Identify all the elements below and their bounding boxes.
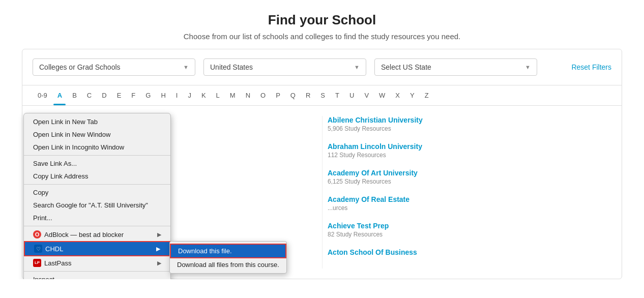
chdl-label: CHDL xyxy=(45,245,63,253)
context-menu-separator-4 xyxy=(24,271,170,272)
resource-count: 5,906 Study Resources xyxy=(328,125,606,132)
submenu-item-download-file[interactable]: Download this file. xyxy=(170,244,286,258)
alpha-item-r[interactable]: R xyxy=(301,85,315,105)
alpha-item-h[interactable]: H xyxy=(156,85,170,105)
alpha-item-j[interactable]: J xyxy=(183,85,196,105)
context-menu-item-copy-link[interactable]: Copy Link Address xyxy=(24,170,170,183)
country-dropdown[interactable]: United States ▼ xyxy=(203,58,366,76)
context-menu-copy-label: Copy xyxy=(33,189,48,196)
context-menu-open-incognito-label: Open Link in Incognito Window xyxy=(33,143,124,151)
alpha-item-b[interactable]: B xyxy=(67,85,82,105)
context-menu-separator-3 xyxy=(24,226,170,226)
alpha-item-k[interactable]: K xyxy=(196,85,211,105)
context-menu-item-inspect[interactable]: Inspect xyxy=(24,273,170,279)
state-arrow-icon: ▼ xyxy=(525,64,531,70)
chdl-icon xyxy=(34,245,42,253)
context-menu-save-link-label: Save Link As... xyxy=(33,160,77,167)
list-item: Acton School Of Business xyxy=(328,248,606,256)
alpha-item-v[interactable]: V xyxy=(359,85,374,105)
adblock-label: AdBlock — best ad blocker xyxy=(44,231,124,239)
school-link-academy-real-estate[interactable]: Academy Of Real Estate xyxy=(328,195,606,203)
alpha-item-a[interactable]: A xyxy=(52,85,67,105)
lastpass-icon: LP xyxy=(33,259,41,267)
submenu-download-all-label: Download all files from this course. xyxy=(177,261,279,269)
school-type-arrow-icon: ▼ xyxy=(183,64,189,70)
school-link-academy-art[interactable]: Academy Of Art University xyxy=(328,169,606,177)
context-menu-item-save-link[interactable]: Save Link As... xyxy=(24,157,170,170)
school-type-label: Colleges or Grad Schools xyxy=(39,63,121,71)
alpha-item-q[interactable]: Q xyxy=(285,85,301,105)
context-menu-item-search-google[interactable]: Search Google for "A.T. Still University… xyxy=(24,199,170,212)
alpha-item-g[interactable]: G xyxy=(140,85,156,105)
adblock-arrow-icon: ▶ xyxy=(157,231,161,238)
alpha-item-09[interactable]: 0-9 xyxy=(33,85,52,105)
country-label: United States xyxy=(210,63,253,71)
resource-count: 112 Study Resources xyxy=(328,152,606,159)
submenu-download-file-label: Download this file. xyxy=(178,247,232,255)
school-link-acton[interactable]: Acton School Of Business xyxy=(328,248,606,256)
context-menu-item-open-new-window[interactable]: Open Link in New Window xyxy=(24,128,170,141)
page-subtitle: Choose from our list of schools and coll… xyxy=(0,32,644,41)
context-menu-item-print[interactable]: Print... xyxy=(24,212,170,224)
resource-count: ...urces xyxy=(328,204,606,212)
alpha-item-o[interactable]: O xyxy=(255,85,271,105)
lastpass-label: LastPass xyxy=(44,259,71,267)
alpha-item-e[interactable]: E xyxy=(112,85,127,105)
reset-filters-button[interactable]: Reset Filters xyxy=(571,63,611,71)
lastpass-arrow-icon: ▶ xyxy=(157,260,161,266)
school-type-dropdown[interactable]: Colleges or Grad Schools ▼ xyxy=(33,58,195,76)
resource-count: 82 Study Resources xyxy=(328,231,606,238)
alpha-item-z[interactable]: Z xyxy=(420,85,434,105)
list-item: Abilene Christian University 5,906 Study… xyxy=(328,116,606,132)
filter-bar: Colleges or Grad Schools ▼ United States… xyxy=(22,49,622,85)
submenu-item-download-all[interactable]: Download all files from this course. xyxy=(170,258,286,271)
chdl-submenu: Download this file. Download all files f… xyxy=(169,241,287,274)
context-menu-print-label: Print... xyxy=(33,214,52,222)
chdl-left: CHDL xyxy=(34,245,63,253)
alpha-item-c[interactable]: C xyxy=(82,85,97,105)
context-menu-item-open-new-tab[interactable]: Open Link in New Tab xyxy=(24,115,170,128)
alpha-item-u[interactable]: U xyxy=(344,85,359,105)
alpha-item-n[interactable]: N xyxy=(241,85,255,105)
school-link-abilene[interactable]: Abilene Christian University xyxy=(328,116,606,124)
alpha-item-w[interactable]: W xyxy=(374,85,390,105)
page-title: Find your School xyxy=(0,12,644,28)
alpha-item-f[interactable]: F xyxy=(126,85,140,105)
context-menu-item-chdl[interactable]: CHDL ▶ Download this file. Download all … xyxy=(24,241,170,256)
alpha-item-m[interactable]: M xyxy=(225,85,241,105)
alpha-item-x[interactable]: X xyxy=(390,85,405,105)
alpha-item-s[interactable]: S xyxy=(315,85,330,105)
context-menu-item-open-incognito[interactable]: Open Link in Incognito Window xyxy=(24,141,170,154)
chdl-arrow-icon: ▶ xyxy=(156,246,160,252)
alpha-item-y[interactable]: Y xyxy=(405,85,420,105)
alpha-item-t[interactable]: T xyxy=(330,85,344,105)
school-link-abraham-lincoln[interactable]: Abraham Lincoln University xyxy=(328,142,606,151)
context-menu: Open Link in New Tab Open Link in New Wi… xyxy=(23,113,171,279)
school-link-achieve[interactable]: Achieve Test Prep xyxy=(328,222,606,230)
alphabet-bar: 0-9 A B C D E F G H I J K L M N O P Q R … xyxy=(22,85,622,106)
list-item: Achieve Test Prep 82 Study Resources xyxy=(328,222,606,238)
state-label: Select US State xyxy=(381,63,431,71)
alpha-item-l[interactable]: L xyxy=(211,85,225,105)
lastpass-left: LP LastPass xyxy=(33,259,71,267)
country-arrow-icon: ▼ xyxy=(354,64,360,70)
context-menu-item-lastpass[interactable]: LP LastPass ▶ xyxy=(24,256,170,270)
list-item: Abraham Lincoln University 112 Study Res… xyxy=(328,142,606,159)
context-menu-inspect-label: Inspect xyxy=(33,276,54,279)
context-menu-open-new-tab-label: Open Link in New Tab xyxy=(33,118,98,126)
context-menu-item-adblock[interactable]: O AdBlock — best ad blocker ▶ xyxy=(24,228,170,241)
content-area: A.T. Still Uni... 4,169 Study Resources … xyxy=(22,106,622,279)
alpha-item-i[interactable]: I xyxy=(171,85,183,105)
state-dropdown[interactable]: Select US State ▼ xyxy=(374,58,537,76)
context-menu-copy-link-label: Copy Link Address xyxy=(33,172,88,180)
context-menu-separator-2 xyxy=(24,184,170,185)
context-menu-item-copy[interactable]: Copy xyxy=(24,186,170,199)
context-menu-open-new-window-label: Open Link in New Window xyxy=(33,131,110,138)
list-item: Academy Of Real Estate ...urces xyxy=(328,195,606,212)
list-item: Academy Of Art University 6,125 Study Re… xyxy=(328,169,606,185)
alpha-item-d[interactable]: D xyxy=(97,85,111,105)
adblock-icon: O xyxy=(33,230,41,239)
alpha-item-p[interactable]: P xyxy=(271,85,285,105)
main-container: Colleges or Grad Schools ▼ United States… xyxy=(22,49,622,279)
resource-count: 6,125 Study Resources xyxy=(328,178,606,185)
